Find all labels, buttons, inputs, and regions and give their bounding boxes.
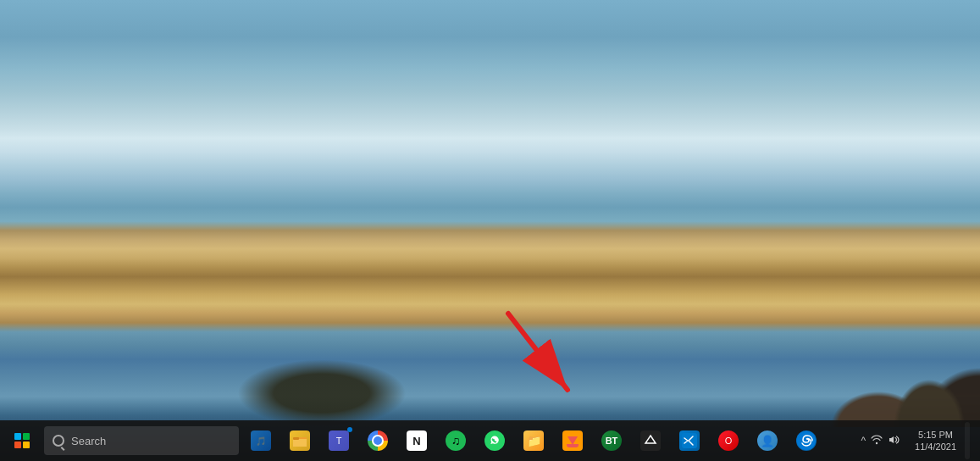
taskbar: Search 🎵 T (0, 420, 980, 461)
chrome-icon (368, 430, 388, 451)
vscode-icon (679, 430, 700, 451)
taskbar-icon-opera[interactable]: O (710, 422, 747, 459)
taskbar-icon-notion[interactable]: N (398, 422, 435, 459)
tray-clock[interactable]: 5:15 PM 11/4/2021 (908, 429, 963, 453)
taskbar-icon-files[interactable]: 📁 (515, 422, 552, 459)
taskbar-icon-vlc[interactable] (554, 422, 591, 459)
show-desktop-button[interactable] (965, 422, 970, 459)
teams-icon: T (329, 430, 349, 451)
taskbar-icon-chrome[interactable] (359, 422, 396, 459)
win-logo-cell-4 (23, 442, 30, 448)
win-logo-cell-2 (23, 433, 30, 440)
taskbar-icon-edge[interactable] (788, 422, 825, 459)
system-tray: ^ 5:15 PM 11 (854, 422, 977, 459)
start-button[interactable] (3, 422, 41, 459)
taskbar-icon-spotify[interactable]: ♫ (437, 422, 474, 459)
windows-logo (14, 433, 30, 448)
taskbar-icons: 🎵 T (242, 422, 850, 459)
tray-icons: ^ (854, 422, 906, 459)
search-label: Search (71, 435, 106, 447)
taskbar-icon-file-explorer[interactable] (281, 422, 318, 459)
svg-rect-3 (293, 437, 299, 440)
taskbar-icon-profile[interactable]: 👤 (749, 422, 786, 459)
edge-icon (796, 430, 817, 451)
taskbar-icon-teams[interactable]: T (320, 422, 357, 459)
profile-icon: 👤 (757, 430, 778, 451)
taskbar-icon-winamp[interactable]: 🎵 (242, 422, 280, 459)
file-explorer-icon (290, 430, 310, 451)
taskbar-icon-bittorrent[interactable]: BT (593, 422, 630, 459)
spotify-icon: ♫ (446, 430, 466, 451)
tray-volume-icon[interactable] (888, 434, 900, 448)
trees-left (237, 359, 407, 427)
tray-chevron[interactable]: ^ (861, 435, 866, 447)
vlc-icon (562, 430, 583, 451)
bittorrent-icon: BT (601, 430, 622, 451)
teams-badge (347, 427, 352, 432)
opera-icon: O (718, 430, 739, 451)
search-icon (53, 435, 64, 447)
unity-icon (640, 430, 661, 451)
taskbar-icon-unity[interactable] (632, 422, 669, 459)
desktop: Search 🎵 T (0, 0, 980, 461)
win-logo-cell-3 (14, 442, 21, 448)
clock-time: 5:15 PM (918, 429, 953, 441)
taskbar-icon-whatsapp[interactable] (476, 422, 513, 459)
tray-network-icon[interactable] (871, 434, 883, 448)
svg-point-9 (876, 442, 878, 443)
clock-date: 11/4/2021 (915, 441, 956, 453)
files-icon: 📁 (523, 430, 544, 451)
search-bar[interactable]: Search (44, 426, 239, 455)
notion-icon: N (407, 430, 427, 451)
win-logo-cell-1 (14, 433, 21, 440)
whatsapp-icon (484, 430, 505, 451)
taskbar-icon-vscode[interactable] (671, 422, 708, 459)
trees-right (726, 308, 980, 427)
winamp-icon: 🎵 (251, 430, 271, 451)
